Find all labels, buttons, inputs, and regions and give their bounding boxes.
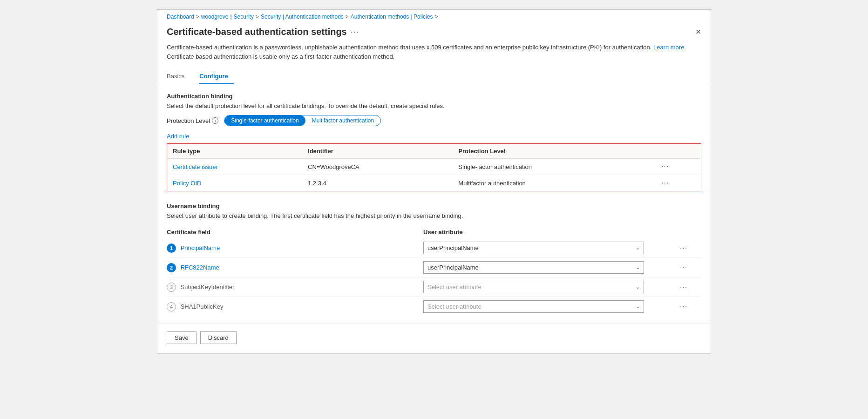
protection-level-info-icon[interactable]: i [212,117,218,124]
panel-header: Certificate-based authentication setting… [157,23,711,43]
rule-type-cell: Certificate issuer [167,159,302,175]
ub-col-user-attr: User attribute [423,226,680,238]
rules-table: Rule type Identifier Protection Level Ce… [167,144,701,191]
protection-level-cell: Single-factor authentication [453,159,656,175]
rule-type-link[interactable]: Certificate issuer [173,163,218,170]
breadcrumb-dashboard[interactable]: Dashboard [167,14,194,20]
breadcrumb-security-auth[interactable]: Security | Authentication methods [261,14,344,20]
tab-basics[interactable]: Basics [167,69,190,84]
rule-type-link[interactable]: Policy OID [173,180,201,187]
rule-type-cell: Policy OID [167,175,302,191]
identifier-cell: 1.2.3.4 [302,175,453,191]
save-button[interactable]: Save [167,331,197,344]
priority-badge-2: 2 [167,263,176,272]
ub-row-more-icon-3[interactable]: ··· [680,283,687,291]
priority-badge-1: 1 [167,243,176,253]
protection-level-toggle[interactable]: Single-factor authentication Multifactor… [224,115,381,126]
list-item: 3 SubjectKeyIdentifier Select user attri… [167,277,701,297]
cert-field-link-1[interactable]: PrincipalName [181,244,220,251]
username-binding-table: Certificate field User attribute 1 Princ… [167,226,701,316]
list-item: 2 RFC822Name userPrincipalName⌄ ··· [167,258,701,277]
cert-field-link-4: SHA1PublicKey [181,303,224,310]
page-title: Certificate-based authentication setting… [167,27,347,37]
description-line2: Certificate based authentication is usab… [167,53,394,60]
close-button[interactable]: ✕ [695,27,701,36]
priority-badge-4: 4 [167,302,176,311]
cert-field-link-2[interactable]: RFC822Name [181,264,219,271]
table-row: Certificate issuer CN=WoodgroveCA Single… [167,159,701,175]
cert-field-cell: 2 RFC822Name [167,258,423,277]
ub-row-actions-cell: ··· [680,258,701,277]
list-item: 1 PrincipalName userPrincipalName⌄ ··· [167,238,701,258]
row-more-icon[interactable]: ··· [661,162,669,170]
single-factor-toggle[interactable]: Single-factor authentication [224,115,305,126]
breadcrumb: Dashboard > woodgrove | Security > Secur… [157,10,711,23]
col-identifier: Identifier [302,144,453,159]
col-protection-level: Protection Level [453,144,656,159]
authentication-binding-section: Authentication binding Select the defaul… [157,93,711,316]
auth-binding-desc: Select the default protection level for … [167,102,701,109]
protection-level-label: Protection Level i [167,117,218,124]
user-attr-cell: userPrincipalName⌄ [423,258,680,277]
protection-level-row: Protection Level i Single-factor authent… [167,115,701,126]
username-binding-section: Username binding Select user attribute t… [167,203,701,316]
identifier-cell: CN=WoodgroveCA [302,159,453,175]
ub-row-actions-cell: ··· [680,238,701,258]
breadcrumb-woodgrove[interactable]: woodgrove [201,14,229,20]
cert-field-cell: 1 PrincipalName [167,238,423,258]
col-actions [656,144,701,159]
user-attr-select-2[interactable]: userPrincipalName⌄ [423,261,644,274]
cert-field-cell: 3 SubjectKeyIdentifier [167,277,423,297]
username-binding-desc: Select user attribute to create binding.… [167,212,701,219]
user-attr-select-4[interactable]: Select user attribute⌄ [423,300,644,313]
breadcrumb-security[interactable]: Security [234,14,254,20]
description-block: Certificate-based authentication is a pa… [157,43,711,68]
footer-buttons: Save Discard [157,324,711,344]
row-actions-cell: ··· [656,159,701,175]
learn-more-link[interactable]: Learn more. [653,44,686,51]
ub-row-more-icon-1[interactable]: ··· [680,244,687,252]
ub-row-actions-cell: ··· [680,277,701,297]
user-attr-select-3[interactable]: Select user attribute⌄ [423,281,644,293]
row-actions-cell: ··· [656,175,701,191]
table-row: Policy OID 1.2.3.4 Multifactor authentic… [167,175,701,191]
user-attr-cell: Select user attribute⌄ [423,297,680,317]
auth-binding-title: Authentication binding [167,93,701,100]
cert-field-link-3: SubjectKeyIdentifier [181,284,235,291]
ub-row-actions-cell: ··· [680,297,701,317]
discard-button[interactable]: Discard [200,331,237,344]
more-options-icon[interactable]: ··· [351,27,359,37]
col-rule-type: Rule type [167,144,302,159]
ub-row-more-icon-4[interactable]: ··· [680,303,687,311]
tabs-row: Basics Configure [157,68,711,84]
list-item: 4 SHA1PublicKey Select user attribute⌄ ·… [167,297,701,317]
multifactor-toggle[interactable]: Multifactor authentication [305,115,380,126]
rules-table-container: Rule type Identifier Protection Level Ce… [167,143,701,191]
user-attr-cell: Select user attribute⌄ [423,277,680,297]
cert-field-cell: 4 SHA1PublicKey [167,297,423,317]
protection-level-cell: Multifactor authentication [453,175,656,191]
user-attr-cell: userPrincipalName⌄ [423,238,680,258]
username-binding-title: Username binding [167,203,701,210]
priority-badge-3: 3 [167,283,176,292]
ub-row-more-icon-2[interactable]: ··· [680,264,687,271]
ub-col-cert-field: Certificate field [167,226,423,238]
tab-configure[interactable]: Configure [199,69,233,84]
user-attr-select-1[interactable]: userPrincipalName⌄ [423,242,644,254]
add-rule-link[interactable]: Add rule [167,133,189,140]
breadcrumb-auth-policies[interactable]: Authentication methods | Policies [351,14,433,20]
description-text: Certificate-based authentication is a pa… [167,44,653,51]
row-more-icon[interactable]: ··· [661,179,669,187]
